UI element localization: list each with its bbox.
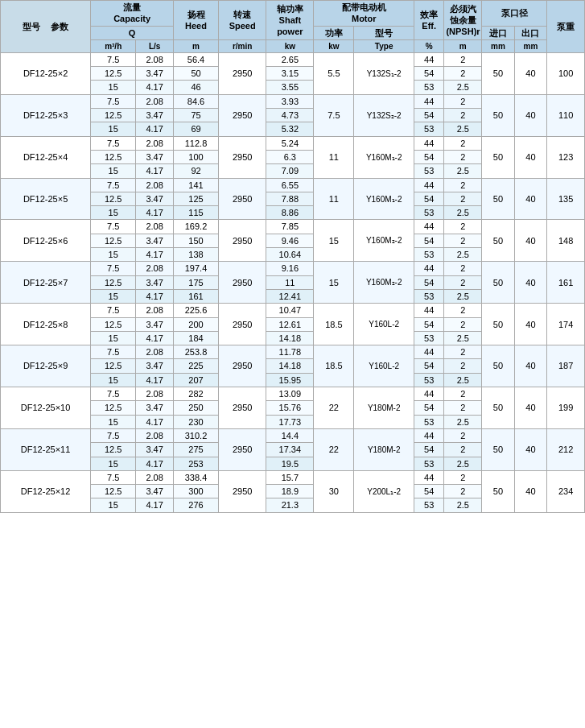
h-cell: 115	[173, 206, 218, 220]
q-m3-cell: 12.5	[91, 150, 136, 163]
q-m3-cell: 7.5	[91, 387, 136, 401]
pump-specs-table: 型号 参数 流量 Capacity 扬程 Heed 转速 Speed 轴功率 S…	[0, 0, 585, 513]
eff-cell: 54	[414, 275, 444, 289]
q-m3-cell: 15	[91, 415, 136, 428]
q-ls-cell: 4.17	[136, 415, 174, 428]
npsh-cell: 2.5	[444, 122, 482, 136]
npsh-cell: 2	[444, 67, 482, 81]
inlet-cell: 50	[482, 470, 515, 512]
weight-cell: 135	[547, 178, 585, 220]
q-m3-cell: 12.5	[91, 67, 136, 81]
outlet-cell: 40	[514, 304, 547, 345]
h-cell: 310.2	[173, 428, 218, 442]
pa-cell: 3.15	[266, 67, 314, 81]
q-ls-cell: 2.08	[136, 220, 174, 234]
npsh-cell: 2	[444, 443, 482, 457]
pa-cell: 6.3	[266, 150, 314, 163]
npsh-cell: 2	[444, 275, 482, 289]
power-cell: 15	[314, 262, 354, 304]
q-m3-cell: 15	[91, 289, 136, 303]
q-m3-cell: 7.5	[91, 262, 136, 275]
h-cell: 300	[173, 485, 218, 498]
power-cell: 22	[314, 387, 354, 429]
table-row: DF12-25×87.52.08225.6295010.4718.5Y160L-…	[1, 304, 585, 317]
q-m3-cell: 15	[91, 81, 136, 94]
port-header: 泵口径	[482, 1, 547, 27]
weight-cell: 234	[547, 470, 585, 512]
pump-table-wrapper: 型号 参数 流量 Capacity 扬程 Heed 转速 Speed 轴功率 S…	[0, 0, 585, 513]
pa-cell: 15.76	[266, 401, 314, 415]
table-row: DF12-25×67.52.08169.229507.8515Y160M₂-24…	[1, 220, 585, 234]
q-m3-cell: 7.5	[91, 220, 136, 234]
table-row: DF12-25×47.52.08112.829505.2411Y160M₁-24…	[1, 136, 585, 150]
npsh-cell: 2	[444, 304, 482, 317]
eff-cell: 44	[414, 345, 444, 359]
h-cell: 200	[173, 317, 218, 331]
power-header: 功率	[314, 26, 354, 39]
speed-cell: 2950	[219, 262, 266, 304]
q-m3-cell: 15	[91, 206, 136, 220]
eff-cell: 53	[414, 122, 444, 136]
eff-cell: 54	[414, 443, 444, 457]
h-cell: 138	[173, 248, 218, 262]
q-m3-cell: 12.5	[91, 192, 136, 205]
weight-cell: 212	[547, 428, 585, 470]
npsh-cell: 2	[444, 178, 482, 192]
pa-cell: 5.24	[266, 136, 314, 150]
speed-cell: 2950	[219, 304, 266, 345]
q-ls-cell: 4.17	[136, 122, 174, 136]
outlet-cell: 40	[514, 262, 547, 304]
q-ls-cell: 2.08	[136, 345, 174, 359]
inlet-cell: 50	[482, 304, 515, 345]
h-cell: 230	[173, 415, 218, 428]
q-m3-cell: 15	[91, 498, 136, 512]
q-m3-cell: 15	[91, 122, 136, 136]
pa-cell: 7.09	[266, 164, 314, 178]
pa-cell: 6.55	[266, 178, 314, 192]
q-ls-cell: 4.17	[136, 81, 174, 94]
model-cell: DF12-25×8	[1, 304, 91, 345]
speed-header: 转速 Speed	[219, 1, 266, 40]
pa-cell: 9.16	[266, 262, 314, 275]
power-cell: 7.5	[314, 94, 354, 136]
q-m3-cell: 7.5	[91, 178, 136, 192]
outlet-cell: 40	[514, 345, 547, 387]
npsh-cell: 2.5	[444, 206, 482, 220]
weight-cell: 100	[547, 52, 585, 94]
q-m3-cell: 7.5	[91, 304, 136, 317]
npsh-cell: 2	[444, 262, 482, 275]
q-ls-cell: 3.47	[136, 443, 174, 457]
inlet-unit: mm	[482, 39, 515, 52]
eff-cell: 53	[414, 331, 444, 345]
eff-cell: 44	[414, 304, 444, 317]
inlet-cell: 50	[482, 220, 515, 262]
pa-cell: 7.85	[266, 220, 314, 234]
q-ls-cell: 2.08	[136, 428, 174, 442]
h-cell: 161	[173, 289, 218, 303]
table-row: DF12-25×127.52.08338.4295015.730Y200L₁-2…	[1, 470, 585, 484]
q-ls-cell: 3.47	[136, 317, 174, 331]
npsh-cell: 2	[444, 345, 482, 359]
outlet-cell: 40	[514, 136, 547, 178]
npsh-cell: 2	[444, 150, 482, 163]
pa-cell: 11	[266, 275, 314, 289]
eff-cell: 53	[414, 206, 444, 220]
inlet-cell: 50	[482, 52, 515, 94]
npsh-cell: 2	[444, 428, 482, 442]
q-ls-cell: 4.17	[136, 206, 174, 220]
q-ls-cell: 3.47	[136, 192, 174, 205]
npsh-cell: 2	[444, 317, 482, 331]
eff-unit: %	[414, 39, 444, 52]
motor-type-header: 型号	[354, 26, 414, 39]
h-cell: 282	[173, 387, 218, 401]
eff-cell: 44	[414, 178, 444, 192]
speed-cell: 2950	[219, 136, 266, 178]
q-ls-cell: 2.08	[136, 262, 174, 275]
npsh-cell: 2	[444, 401, 482, 415]
model-cell: DF12-25×5	[1, 178, 91, 220]
model-cell: DF12-25×3	[1, 94, 91, 136]
q-ls-cell: 4.17	[136, 248, 174, 262]
h-cell: 175	[173, 275, 218, 289]
q-m3-cell: 7.5	[91, 94, 136, 108]
eff-cell: 44	[414, 220, 444, 234]
